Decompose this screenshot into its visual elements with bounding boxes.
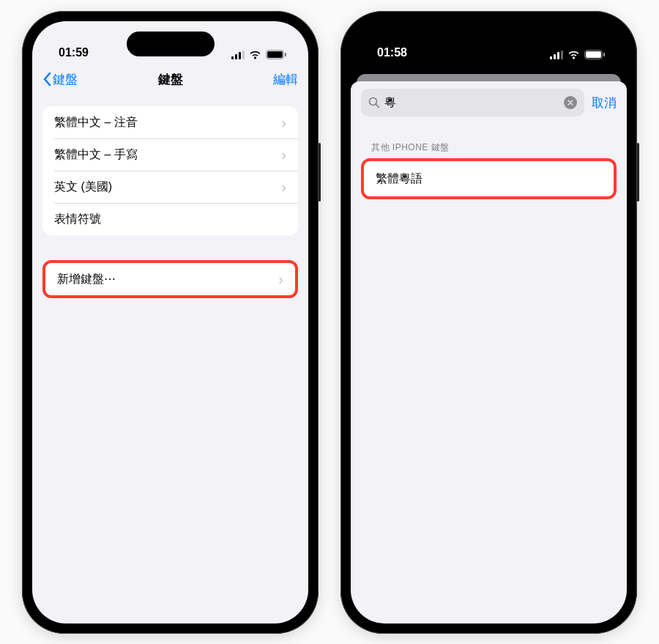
cancel-button[interactable]: 取消: [592, 95, 617, 111]
status-time: 01:59: [59, 46, 89, 59]
search-row: 粵 取消: [351, 81, 627, 121]
search-icon: [368, 97, 380, 108]
keyboard-row-english-us[interactable]: 英文 (美國) ›: [42, 171, 298, 203]
row-label: 英文 (美國): [54, 179, 112, 195]
wifi-icon: [249, 51, 261, 59]
keyboard-list: 繁體中文 – 注音 › 繁體中文 – 手寫 › 英文 (美國) › 表情符號: [42, 106, 298, 235]
keyboard-picker-sheet: 粵 取消 其他 IPHONE 鍵盤 繁體粵語: [351, 81, 627, 623]
row-label: 新增鍵盤⋯: [57, 272, 116, 287]
phone-frame-left: 01:59 鍵盤 鍵盤 編輯 繁體中文 – 注音 › 繁體中: [22, 11, 319, 634]
back-label: 鍵盤: [53, 71, 78, 88]
svg-line-15: [376, 105, 379, 108]
svg-rect-2: [239, 52, 241, 59]
clear-search-button[interactable]: [564, 96, 577, 109]
row-label: 繁體中文 – 注音: [54, 115, 138, 130]
keyboard-row-zhuyin[interactable]: 繁體中文 – 注音 ›: [42, 106, 298, 138]
row-label: 繁體中文 – 手寫: [54, 147, 138, 163]
svg-rect-6: [285, 53, 286, 56]
page-title: 鍵盤: [158, 71, 183, 88]
status-time: 01:58: [377, 46, 407, 59]
svg-rect-0: [231, 56, 234, 59]
nav-bar: 鍵盤 鍵盤 編輯: [32, 62, 308, 96]
close-icon: [567, 100, 573, 106]
status-indicators: [231, 50, 286, 59]
screen-right: 01:58 粵 取消 其他 IPHONE 鍵盤: [351, 21, 627, 623]
search-input[interactable]: 粵: [361, 89, 584, 116]
svg-rect-13: [603, 53, 605, 56]
dynamic-island: [445, 32, 533, 56]
result-row-cantonese[interactable]: 繁體粵語: [364, 161, 614, 196]
cellular-icon: [550, 51, 563, 59]
row-label: 表情符號: [54, 212, 101, 227]
back-button[interactable]: 鍵盤: [42, 71, 78, 88]
edit-button[interactable]: 編輯: [273, 71, 298, 88]
svg-rect-7: [550, 56, 552, 59]
keyboard-row-handwriting[interactable]: 繁體中文 – 手寫 ›: [42, 138, 298, 171]
dynamic-island: [127, 32, 215, 56]
svg-rect-1: [235, 54, 237, 59]
svg-rect-10: [561, 51, 563, 59]
svg-rect-5: [267, 51, 283, 58]
keyboard-row-emoji[interactable]: 表情符號: [42, 203, 298, 235]
chevron-right-icon: ›: [281, 114, 286, 131]
section-header-other-keyboards: 其他 IPHONE 鍵盤: [351, 121, 627, 158]
wifi-icon: [567, 51, 580, 59]
chevron-left-icon: [42, 72, 51, 86]
cellular-icon: [231, 51, 245, 59]
battery-icon: [584, 50, 605, 59]
search-value: 粵: [384, 95, 559, 111]
search-results: 繁體粵語: [361, 158, 617, 199]
add-keyboard-button[interactable]: 新增鍵盤⋯ ›: [45, 263, 295, 295]
svg-rect-8: [554, 54, 556, 59]
battery-icon: [266, 50, 286, 59]
chevron-right-icon: ›: [281, 147, 286, 163]
content-area: 繁體中文 – 注音 › 繁體中文 – 手寫 › 英文 (美國) › 表情符號 新…: [32, 96, 308, 298]
status-indicators: [550, 50, 605, 59]
row-label: 繁體粵語: [376, 171, 422, 187]
svg-rect-12: [586, 51, 601, 58]
svg-rect-9: [557, 52, 559, 59]
svg-rect-3: [242, 51, 245, 59]
chevron-right-icon: ›: [281, 179, 286, 196]
chevron-right-icon: ›: [278, 271, 283, 288]
screen-left: 01:59 鍵盤 鍵盤 編輯 繁體中文 – 注音 › 繁體中: [32, 21, 308, 623]
add-keyboard-group: 新增鍵盤⋯ ›: [42, 260, 298, 298]
phone-frame-right: 01:58 粵 取消 其他 IPHONE 鍵盤: [340, 11, 637, 634]
